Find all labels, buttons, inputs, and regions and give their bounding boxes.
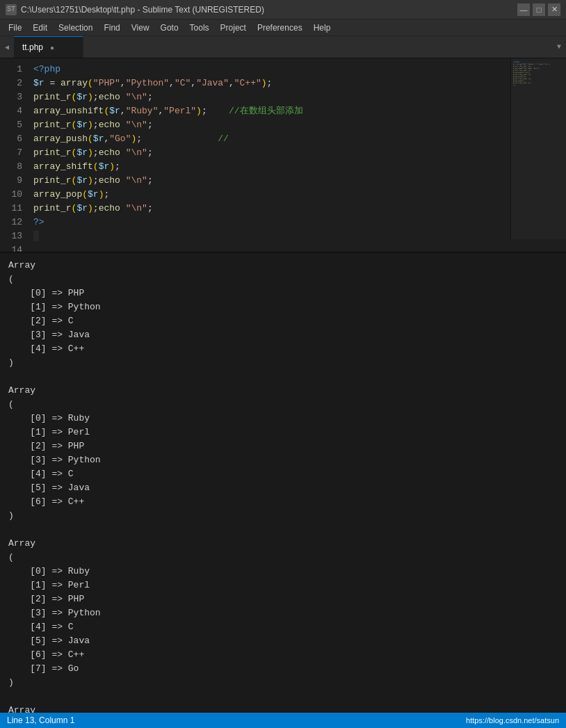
output-block-3-item-7: [7] => Go [8, 662, 558, 676]
output-block-3-item-3: [3] => Python [8, 606, 558, 620]
output-block-2-item-4: [4] => C [8, 467, 558, 481]
line-num-13: 13 [0, 229, 22, 243]
output-block-3-item-2: [2] => PHP [8, 592, 558, 606]
title-bar: ST C:\Users\12751\Desktop\tt.php - Subli… [0, 0, 566, 19]
menu-bar: File Edit Selection Find View Goto Tools… [0, 19, 566, 36]
output-block-2-item-0: [0] => Ruby [8, 412, 558, 426]
output-block-3-open: ( [8, 551, 558, 565]
tab-close-button[interactable]: ● [47, 42, 57, 52]
output-block-2-item-1: [1] => Perl [8, 426, 558, 439]
output-block-2-open: ( [8, 398, 558, 412]
line-num-1: 1 [0, 63, 22, 76]
title-bar-left: ST C:\Users\12751\Desktop\tt.php - Subli… [6, 4, 264, 15]
output-block-2-label: Array [8, 384, 558, 398]
output-blank-3 [8, 690, 558, 704]
app-icon: ST [6, 4, 17, 15]
menu-file[interactable]: File [3, 22, 27, 34]
output-block-1-item-0: [0] => PHP [8, 286, 558, 300]
output-blank-2 [8, 523, 558, 537]
cursor-position: Line 13, Column 1 [7, 715, 74, 725]
status-url: https://blog.csdn.net/satsun [466, 716, 559, 725]
code-editor[interactable]: 1 2 3 4 5 6 7 8 9 10 11 12 13 14 <?php $… [0, 58, 566, 253]
output-block-2-item-2: [2] => PHP [8, 439, 558, 453]
output-block-1-item-1: [1] => Python [8, 300, 558, 314]
minimap: <?php $r = array("PHP","Python","C","Jav… [510, 58, 566, 239]
output-block-2-item-6: [6] => C++ [8, 495, 558, 509]
line-num-3: 3 [0, 90, 22, 104]
minimize-button[interactable]: — [517, 3, 530, 16]
menu-find[interactable]: Find [98, 22, 125, 34]
output-block-1-open: ( [8, 273, 558, 286]
line-num-14: 14 [0, 243, 22, 253]
line-num-6: 6 [0, 132, 22, 146]
output-block-1-item-3: [3] => Java [8, 328, 558, 342]
status-bar: Line 13, Column 1 https://blog.csdn.net/… [0, 713, 566, 728]
editor-panel: 1 2 3 4 5 6 7 8 9 10 11 12 13 14 <?php $… [0, 58, 566, 713]
output-panel[interactable]: Array ( [0] => PHP [1] => Python [2] => … [0, 253, 566, 713]
output-block-3-label: Array [8, 537, 558, 551]
output-block-1-close: ) [8, 356, 558, 370]
line-num-8: 8 [0, 160, 22, 174]
line-num-12: 12 [0, 216, 22, 229]
tab-label: tt.php [22, 42, 43, 52]
window-controls: — □ ✕ [517, 3, 560, 16]
menu-view[interactable]: View [126, 22, 155, 34]
menu-goto[interactable]: Goto [155, 22, 184, 34]
output-block-1-label: Array [8, 259, 558, 273]
code-content[interactable]: <?php $r = array("PHP","Python","C","Jav… [28, 58, 566, 252]
output-block-1-item-2: [2] => C [8, 314, 558, 328]
menu-preferences[interactable]: Preferences [252, 22, 308, 34]
tab-ttphp[interactable]: tt.php ● [14, 36, 83, 58]
menu-selection[interactable]: Selection [53, 22, 98, 34]
maximize-button[interactable]: □ [533, 3, 545, 16]
menu-project[interactable]: Project [215, 22, 252, 34]
line-num-10: 10 [0, 188, 22, 202]
output-block-1-item-4: [4] => C++ [8, 342, 558, 356]
menu-help[interactable]: Help [308, 22, 337, 34]
menu-tools[interactable]: Tools [184, 22, 215, 34]
tab-bar: ◀ tt.php ● ▼ [0, 36, 566, 58]
close-button[interactable]: ✕ [548, 3, 560, 16]
output-block-3-item-0: [0] => Ruby [8, 565, 558, 579]
output-blank-1 [8, 370, 558, 384]
tab-prev-button[interactable]: ◀ [0, 36, 14, 58]
line-numbers: 1 2 3 4 5 6 7 8 9 10 11 12 13 14 [0, 58, 28, 252]
menu-edit[interactable]: Edit [27, 22, 53, 34]
main-area: 1 2 3 4 5 6 7 8 9 10 11 12 13 14 <?php $… [0, 58, 566, 713]
line-num-11: 11 [0, 202, 22, 216]
line-num-7: 7 [0, 146, 22, 160]
line-num-2: 2 [0, 76, 22, 90]
line-num-5: 5 [0, 118, 22, 132]
line-num-4: 4 [0, 104, 22, 118]
output-block-2-close: ) [8, 509, 558, 523]
window-title: C:\Users\12751\Desktop\tt.php - Sublime … [21, 5, 264, 15]
tab-overflow-button[interactable]: ▼ [552, 36, 566, 58]
output-block-3-item-1: [1] => Perl [8, 579, 558, 592]
output-block-3-close: ) [8, 676, 558, 690]
output-block-4-label: Array [8, 704, 558, 713]
output-block-3-item-5: [5] => Java [8, 634, 558, 648]
output-block-2-item-5: [5] => Java [8, 481, 558, 495]
output-block-3-item-4: [4] => C [8, 620, 558, 634]
output-block-2-item-3: [3] => Python [8, 453, 558, 467]
output-block-3-item-6: [6] => C++ [8, 648, 558, 662]
line-num-9: 9 [0, 174, 22, 188]
